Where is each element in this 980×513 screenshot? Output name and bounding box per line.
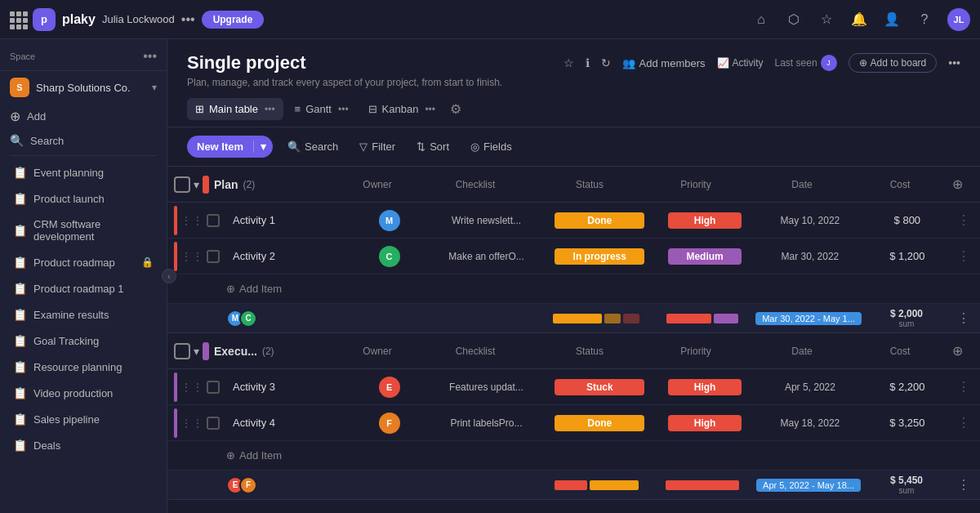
tab-main-table-more[interactable]: ••• <box>265 104 275 115</box>
priority-badge[interactable]: High <box>668 379 742 395</box>
new-item-label[interactable]: New Item <box>187 141 254 153</box>
sidebar-item-product-roadmap-1[interactable]: 📋 Product roadmap 1 <box>3 276 163 301</box>
sidebar-more-button[interactable]: ••• <box>143 49 157 64</box>
org-expand-icon[interactable]: ▾ <box>152 82 157 93</box>
tab-gantt[interactable]: ≡ Gantt ••• <box>287 98 357 120</box>
star-icon[interactable]: ☆ <box>817 10 836 29</box>
status-badge[interactable]: Done <box>555 212 644 229</box>
cell-status[interactable]: Done <box>543 415 657 431</box>
group-execu-checkbox[interactable] <box>174 343 190 359</box>
tab-gantt-label: Gantt <box>305 103 332 115</box>
star-favorite-button[interactable]: ☆ <box>564 56 574 69</box>
cell-priority[interactable]: High <box>657 379 754 395</box>
org-row[interactable]: S Sharp Solutions Co. ▾ <box>0 71 167 104</box>
refresh-button[interactable]: ↻ <box>601 56 611 69</box>
upgrade-button[interactable]: Upgrade <box>202 11 265 29</box>
box-icon[interactable]: ⬡ <box>784 10 804 29</box>
group-execu-content: Execu... (2) <box>214 345 336 358</box>
row-checkbox[interactable] <box>207 417 220 430</box>
drag-handle[interactable]: ⋮⋮ <box>180 214 203 227</box>
cell-priority[interactable]: High <box>657 415 754 431</box>
sidebar-item-goal-tracking[interactable]: 📋 Goal Tracking <box>3 328 163 353</box>
tab-gantt-more[interactable]: ••• <box>338 104 349 115</box>
cell-status[interactable]: Stuck <box>543 379 657 395</box>
sidebar-item-examine-results[interactable]: 📋 Examine results <box>3 302 163 327</box>
sort-button[interactable]: ⇅ Sort <box>410 136 456 157</box>
new-item-dropdown-arrow[interactable]: ▾ <box>254 141 273 153</box>
row-more-button[interactable]: ⋮ <box>947 248 980 264</box>
sidebar-item-sales-pipeline[interactable]: 📋 Sales pipeline <box>3 407 163 431</box>
status-badge[interactable]: Done <box>555 415 644 431</box>
add-to-board-button[interactable]: ⊕ Add to board <box>849 53 938 73</box>
status-badge[interactable]: In progress <box>555 248 644 265</box>
summary-more-button-2[interactable]: ⋮ <box>947 477 980 493</box>
add-item-row[interactable]: ⊕ Add Item <box>167 274 980 304</box>
activity-label: Activity <box>733 57 764 69</box>
clipboard-icon: 📋 <box>13 224 27 237</box>
add-item-row-2[interactable]: ⊕ Add Item <box>167 441 980 471</box>
project-more-button[interactable]: ••• <box>948 56 960 69</box>
sidebar-item-label: CRM software development <box>33 218 154 243</box>
col-add-button-2[interactable]: ⊕ <box>941 343 973 359</box>
sidebar-item-resource-planning[interactable]: 📋 Resource planning <box>3 355 163 379</box>
add-members-button[interactable]: 👥 Add members <box>622 57 706 69</box>
cell-status[interactable]: In progress <box>543 248 657 265</box>
cell-priority[interactable]: High <box>657 212 754 229</box>
people-icon[interactable]: 👤 <box>882 10 902 29</box>
help-icon[interactable]: ? <box>915 10 934 29</box>
header-icons: ☆ ℹ ↻ 👥 Add members 📈 Activity Last seen… <box>564 53 960 73</box>
home-icon[interactable]: ⌂ <box>751 10 771 29</box>
group-plan-expand[interactable]: ▾ <box>194 178 199 191</box>
sidebar-search-button[interactable]: 🔍 Search <box>0 129 167 152</box>
priority-badge[interactable]: Medium <box>668 248 742 265</box>
sidebar-add-button[interactable]: ⊕ Add <box>0 104 167 129</box>
sidebar-item-crm[interactable]: 📋 CRM software development <box>3 212 163 248</box>
cell-priority[interactable]: Medium <box>657 248 754 265</box>
row-more-button[interactable]: ⋮ <box>947 379 980 395</box>
summary-row: M C Mar 30, <box>167 304 980 333</box>
drag-handle[interactable]: ⋮⋮ <box>180 417 203 430</box>
top-nav-left: p plaky Julia Lockwood ••• Upgrade <box>10 8 264 31</box>
sidebar-item-product-roadmap[interactable]: 📋 Product roadmap 🔒 <box>3 250 163 274</box>
search-button[interactable]: 🔍 Search <box>281 136 345 157</box>
summary-date-pill: Mar 30, 2022 - May 1... <box>755 312 862 325</box>
grid-icon[interactable] <box>10 11 26 28</box>
filter-button[interactable]: ▽ Filter <box>353 136 402 157</box>
new-item-button[interactable]: New Item ▾ <box>187 136 273 158</box>
group-plan: ▾ Plan (2) Owner Checklist Status Priori… <box>167 167 980 333</box>
status-badge[interactable]: Stuck <box>555 379 644 395</box>
tab-kanban-more[interactable]: ••• <box>425 104 435 115</box>
hide-sidebar-button[interactable]: ‹ <box>162 269 176 283</box>
row-more-button[interactable]: ⋮ <box>947 415 980 430</box>
drag-handle[interactable]: ⋮⋮ <box>180 250 203 263</box>
fields-button[interactable]: ◎ Fields <box>464 136 519 157</box>
user-more-button[interactable]: ••• <box>181 12 195 27</box>
org-name: Sharp Solutions Co. <box>36 82 145 94</box>
activity-button[interactable]: 📈 Activity <box>717 57 764 69</box>
row-checkbox[interactable] <box>207 250 220 263</box>
summary-cost-value-2: $ 5,450 <box>890 475 923 486</box>
row-checkbox[interactable] <box>207 214 220 227</box>
group-plan-checkbox[interactable] <box>174 176 190 193</box>
sidebar-item-event-planning[interactable]: 📋 Event planning <box>3 160 163 185</box>
row-more-button[interactable]: ⋮ <box>947 212 980 228</box>
col-add-button[interactable]: ⊕ <box>941 176 973 192</box>
cell-status[interactable]: Done <box>543 212 657 229</box>
group-execu-expand[interactable]: ▾ <box>194 345 199 358</box>
row-checkbox[interactable] <box>207 381 220 394</box>
main-layout: Space ••• S Sharp Solutions Co. ▾ ⊕ Add … <box>0 39 980 513</box>
table-settings-button[interactable]: ⚙ <box>450 101 461 117</box>
sidebar-item-video-production[interactable]: 📋 Video production <box>3 381 163 405</box>
sidebar-item-deals[interactable]: 📋 Deals <box>3 433 163 457</box>
col-header-status: Status <box>532 179 647 190</box>
info-button[interactable]: ℹ <box>586 56 590 69</box>
priority-badge[interactable]: High <box>668 212 742 229</box>
priority-badge[interactable]: High <box>668 415 742 431</box>
tab-main-table[interactable]: ⊞ Main table ••• <box>187 98 283 120</box>
drag-handle[interactable]: ⋮⋮ <box>180 381 203 394</box>
summary-more-button[interactable]: ⋮ <box>947 310 980 326</box>
bell-icon[interactable]: 🔔 <box>849 10 869 29</box>
user-avatar[interactable]: JL <box>947 8 970 31</box>
tab-kanban[interactable]: ⊟ Kanban ••• <box>360 98 443 120</box>
sidebar-item-product-launch[interactable]: 📋 Product launch <box>3 186 163 211</box>
